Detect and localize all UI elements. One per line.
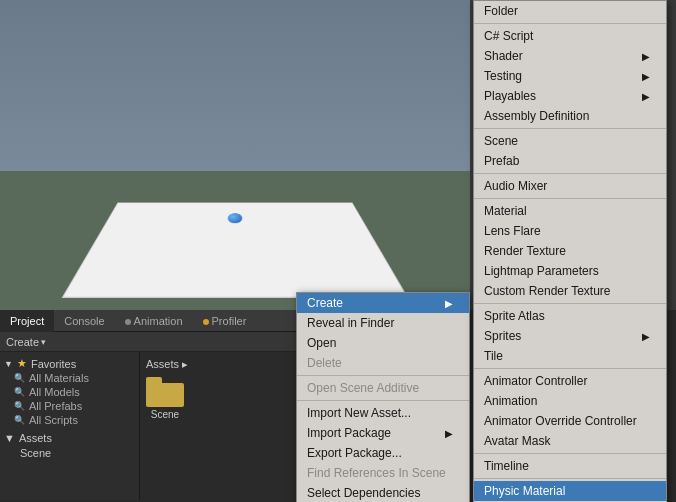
menu-label-tile: Tile [484,349,503,363]
menu-create-shader[interactable]: Shader ▶ [474,46,666,66]
menu-label-testing: Testing [484,69,522,83]
search-icon-materials: 🔍 [14,373,25,383]
favorites-star: ★ [17,357,27,370]
tree-label-scene: Scene [20,447,51,459]
create-sep-3 [474,173,666,174]
create-sep-4 [474,198,666,199]
menu-create-playables[interactable]: Playables ▶ [474,86,666,106]
menu-item-select-deps[interactable]: Select Dependencies [297,483,469,502]
menu-item-find-refs: Find References In Scene [297,463,469,483]
create-sep-6 [474,368,666,369]
separator-1 [297,375,469,376]
menu-item-import-new[interactable]: Import New Asset... [297,403,469,423]
menu-label-timeline: Timeline [484,459,529,473]
menu-label-delete: Delete [307,356,342,370]
create-sep-5 [474,303,666,304]
menu-label-playables: Playables [484,89,536,103]
menu-item-export[interactable]: Export Package... [297,443,469,463]
menu-label-shader: Shader [484,49,523,63]
scene-sky [0,0,470,171]
menu-create-lightmap-params[interactable]: Lightmap Parameters [474,261,666,281]
menu-create-prefab[interactable]: Prefab [474,151,666,171]
fav-item-all-models[interactable]: 🔍 All Models [0,385,139,399]
search-icon-scripts: 🔍 [14,415,25,425]
menu-create-assembly-def[interactable]: Assembly Definition [474,106,666,126]
menu-item-reveal[interactable]: Reveal in Finder [297,313,469,333]
menu-item-open[interactable]: Open [297,333,469,353]
menu-create-avatar-mask[interactable]: Avatar Mask [474,431,666,451]
menu-create-audio-mixer[interactable]: Audio Mixer [474,176,666,196]
favorites-arrow: ▼ [4,359,13,369]
menu-create-scene[interactable]: Scene [474,131,666,151]
menu-create-tile[interactable]: Tile [474,346,666,366]
menu-arrow-sprites: ▶ [642,331,650,342]
tree-arrow-assets: ▼ [4,432,15,444]
fav-label-all-scripts: All Scripts [29,414,78,426]
asset-item-scene[interactable]: Scene [146,377,184,420]
menu-label-physic-material: Physic Material [484,484,565,498]
menu-create-custom-render-texture[interactable]: Custom Render Texture [474,281,666,301]
tab-console[interactable]: Console [54,310,114,332]
menu-label-import-package: Import Package [307,426,391,440]
menu-create-lens-flare[interactable]: Lens Flare [474,221,666,241]
create-sep-1 [474,23,666,24]
menu-label-find-refs: Find References In Scene [307,466,446,480]
create-button[interactable]: Create [6,336,46,348]
menu-arrow-playables: ▶ [642,91,650,102]
favorites-label: Favorites [31,358,76,370]
search-icon-prefabs: 🔍 [14,401,25,411]
menu-label-lens-flare: Lens Flare [484,224,541,238]
menu-label-scene: Scene [484,134,518,148]
menu-arrow-testing: ▶ [642,71,650,82]
menu-label-export: Export Package... [307,446,402,460]
fav-label-all-prefabs: All Prefabs [29,400,82,412]
menu-label-lightmap-params: Lightmap Parameters [484,264,599,278]
tab-profiler[interactable]: Profiler [193,310,257,332]
menu-create-material[interactable]: Material [474,201,666,221]
folder-icon-scene [146,377,184,407]
tab-project[interactable]: Project [0,310,54,332]
assets-section: ▼ Assets Scene [0,427,139,460]
fav-item-all-materials[interactable]: 🔍 All Materials [0,371,139,385]
menu-label-animator-override: Animator Override Controller [484,414,637,428]
menu-create-csharp[interactable]: C# Script [474,26,666,46]
menu-create-folder[interactable]: Folder [474,1,666,21]
menu-create-physic-material[interactable]: Physic Material [474,481,666,501]
scene-ground [0,171,470,311]
fav-item-all-scripts[interactable]: 🔍 All Scripts [0,413,139,427]
menu-create-testing[interactable]: Testing ▶ [474,66,666,86]
context-menu-create: Folder C# Script Shader ▶ Testing ▶ Play… [473,0,667,502]
create-sep-2 [474,128,666,129]
menu-create-animator-override[interactable]: Animator Override Controller [474,411,666,431]
menu-label-folder: Folder [484,4,518,18]
menu-item-create[interactable]: Create ▶ [297,293,469,313]
menu-label-select-deps: Select Dependencies [307,486,420,500]
menu-arrow-shader: ▶ [642,51,650,62]
tab-animation[interactable]: Animation [115,310,193,332]
menu-label-csharp: C# Script [484,29,533,43]
favorites-header: ▼ ★ Favorites [0,356,139,371]
tree-label-assets: Assets [19,432,52,444]
menu-create-sprite-atlas[interactable]: Sprite Atlas [474,306,666,326]
tree-item-assets[interactable]: ▼ Assets [0,431,139,445]
menu-create-sprites[interactable]: Sprites ▶ [474,326,666,346]
assets-header-label: Assets ▸ [146,358,188,371]
menu-label-render-texture: Render Texture [484,244,566,258]
menu-label-sprites: Sprites [484,329,521,343]
menu-create-timeline[interactable]: Timeline [474,456,666,476]
menu-create-animator-controller[interactable]: Animator Controller [474,371,666,391]
tree-item-scene[interactable]: Scene [0,446,139,460]
separator-2 [297,400,469,401]
menu-arrow-import-package: ▶ [445,428,453,439]
search-icon-models: 🔍 [14,387,25,397]
menu-label-animation: Animation [484,394,537,408]
fav-item-all-prefabs[interactable]: 🔍 All Prefabs [0,399,139,413]
menu-create-animation[interactable]: Animation [474,391,666,411]
scene-plane [62,202,409,297]
menu-create-render-texture[interactable]: Render Texture [474,241,666,261]
menu-item-open-scene: Open Scene Additive [297,378,469,398]
menu-label-sprite-atlas: Sprite Atlas [484,309,545,323]
menu-label-reveal: Reveal in Finder [307,316,394,330]
menu-item-import-package[interactable]: Import Package ▶ [297,423,469,443]
menu-label-import-new: Import New Asset... [307,406,411,420]
